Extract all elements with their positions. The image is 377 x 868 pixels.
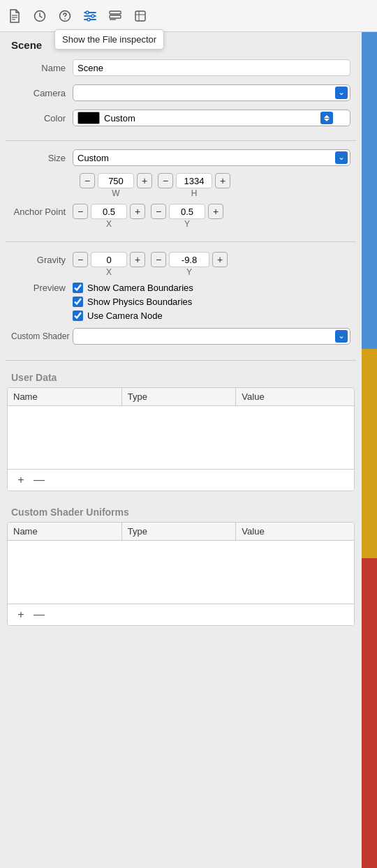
filter-icon[interactable]: [82, 8, 98, 24]
user-data-title: User Data: [0, 365, 362, 387]
gravity-y-minus-btn[interactable]: −: [151, 252, 166, 267]
camera-row: Camera: [11, 83, 350, 103]
gravity-y-label: Y: [186, 267, 192, 277]
camera-select-wrapper: [73, 84, 350, 101]
anchor-y-plus-btn[interactable]: +: [208, 204, 223, 219]
anchor-x-label: X: [106, 219, 112, 229]
size-select-wrapper: Custom: [73, 149, 350, 166]
file-icon[interactable]: [7, 8, 22, 24]
anchor-row: Anchor Point − + X − + Y: [11, 204, 350, 229]
anchor-x-minus-btn[interactable]: −: [73, 204, 88, 219]
color-select-wrapper: Custom: [73, 110, 350, 126]
width-label: W: [112, 188, 119, 198]
use-camera-label: Use Camera Node: [87, 310, 163, 321]
custom-shader-uniforms-body: [8, 541, 354, 604]
user-data-col-type: Type: [122, 388, 237, 405]
preview-row: Preview Show Camera Boundaries Show Phys…: [11, 283, 350, 321]
anchor-y-input[interactable]: [169, 204, 205, 219]
gravity-y-row: − +: [151, 252, 228, 267]
custom-shader-uniforms-footer: + —: [8, 604, 354, 625]
color-display[interactable]: Custom: [73, 110, 350, 126]
width-stepper-row: − +: [80, 173, 152, 188]
gravity-y-plus-btn[interactable]: +: [212, 252, 228, 267]
history-icon[interactable]: [32, 8, 47, 24]
svg-rect-12: [110, 11, 121, 14]
gravity-y-input[interactable]: [169, 252, 209, 267]
list-icon[interactable]: [108, 8, 123, 24]
preview-label: Preview: [11, 283, 73, 293]
camera-label: Camera: [11, 88, 73, 98]
custom-shader-uniforms-title: Custom Shader Uniforms: [0, 500, 362, 522]
uniforms-add-btn[interactable]: +: [15, 608, 27, 621]
name-label: Name: [11, 63, 73, 73]
use-camera-row: Use Camera Node: [73, 310, 193, 321]
main-panel: Scene Name Camera Color Custom: [0, 32, 362, 640]
color-swatch: [77, 112, 100, 124]
gravity-x-row: − +: [73, 252, 145, 267]
custom-shader-select[interactable]: [73, 328, 350, 345]
height-stepper-unit: − + H: [158, 173, 230, 198]
anchor-x-row: − +: [73, 204, 145, 219]
gravity-x-plus-btn[interactable]: +: [130, 252, 145, 267]
anchor-steppers: − + X − + Y: [73, 204, 223, 229]
gravity-x-minus-btn[interactable]: −: [73, 252, 88, 267]
size-label: Size: [11, 153, 73, 163]
svg-rect-13: [110, 15, 121, 18]
svg-rect-15: [135, 11, 145, 21]
width-plus-btn[interactable]: +: [137, 173, 152, 188]
uniforms-col-name: Name: [8, 523, 122, 540]
gravity-x-label: X: [106, 267, 112, 277]
preview-checkboxes: Show Camera Boundaries Show Physics Boun…: [73, 283, 193, 321]
color-stepper-icon: [320, 112, 333, 124]
help-icon[interactable]: [57, 8, 73, 24]
show-physics-row: Show Physics Boundaries: [73, 297, 193, 307]
width-minus-btn[interactable]: −: [80, 173, 95, 188]
user-data-remove-btn[interactable]: —: [33, 474, 45, 486]
size-row: Size Custom: [11, 148, 350, 167]
camera-select[interactable]: [73, 84, 350, 101]
uniforms-col-value: Value: [236, 523, 354, 540]
uniforms-remove-btn[interactable]: —: [33, 608, 45, 621]
user-data-footer: + —: [8, 469, 354, 491]
svg-point-5: [64, 18, 66, 20]
gravity-y-unit: − + Y: [151, 252, 228, 277]
height-minus-btn[interactable]: −: [158, 173, 173, 188]
custom-shader-row: Custom Shader: [11, 327, 350, 346]
height-plus-btn[interactable]: +: [215, 173, 230, 188]
size-select[interactable]: Custom: [73, 149, 350, 166]
anchor-y-minus-btn[interactable]: −: [151, 204, 166, 219]
height-stepper-row: − +: [158, 173, 230, 188]
gravity-x-input[interactable]: [91, 252, 127, 267]
show-camera-checkbox[interactable]: [73, 283, 83, 293]
width-input[interactable]: [98, 173, 134, 188]
anchor-y-label: Y: [184, 219, 190, 229]
gravity-label: Gravity: [11, 252, 73, 265]
user-data-add-btn[interactable]: +: [15, 474, 27, 486]
custom-shader-uniforms-table: Name Type Value + —: [7, 522, 355, 626]
wh-row: − + W − + H: [80, 173, 350, 198]
toolbar: Show the File inspector: [0, 0, 377, 32]
svg-point-10: [91, 15, 94, 17]
anchor-y-row: − +: [151, 204, 223, 219]
show-physics-label: Show Physics Boundaries: [87, 297, 192, 307]
anchor-x-input[interactable]: [91, 204, 127, 219]
show-camera-label: Show Camera Boundaries: [87, 283, 193, 293]
uniforms-col-type: Type: [122, 523, 237, 540]
gravity-steppers: − + X − + Y: [73, 252, 228, 277]
anchor-x-plus-btn[interactable]: +: [130, 204, 145, 219]
color-label: Color: [11, 113, 73, 124]
height-input[interactable]: [176, 173, 212, 188]
file-inspector-tooltip: Show the File inspector: [54, 29, 164, 50]
user-data-col-value: Value: [236, 388, 354, 405]
anchor-x-unit: − + X: [73, 204, 145, 229]
show-physics-checkbox[interactable]: [73, 297, 83, 307]
anchor-y-unit: − + Y: [151, 204, 223, 229]
anchor-label: Anchor Point: [11, 204, 73, 217]
name-input[interactable]: [73, 59, 350, 76]
name-row: Name: [11, 58, 350, 77]
gravity-x-unit: − + X: [73, 252, 145, 277]
box-icon[interactable]: [133, 8, 148, 24]
use-camera-checkbox[interactable]: [73, 310, 83, 321]
custom-shader-label: Custom Shader: [11, 331, 73, 341]
user-data-body: [8, 406, 354, 469]
